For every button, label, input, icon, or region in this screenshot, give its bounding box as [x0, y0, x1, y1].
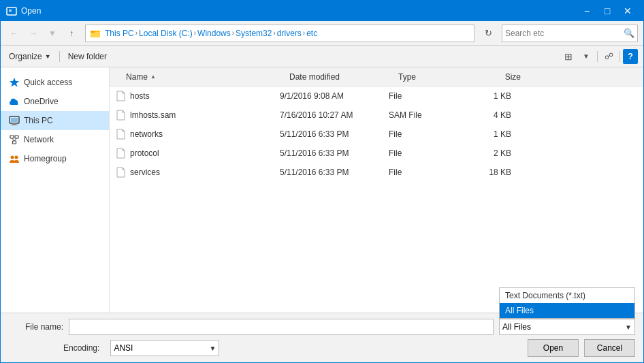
encoding-row: Encoding: ANSI ▼ Open Cancel: [9, 339, 635, 357]
window-icon: [6, 5, 17, 16]
view-dropdown-button[interactable]: ▼: [578, 48, 594, 65]
file-icon: [115, 129, 126, 140]
cancel-button[interactable]: Cancel: [584, 339, 635, 357]
table-row[interactable]: lmhosts.sam 7/16/2016 10:27 AM SAM File …: [110, 106, 643, 125]
table-row[interactable]: hosts 9/1/2016 9:08 AM File 1 KB: [110, 86, 643, 106]
search-box: 🔍: [502, 25, 638, 42]
table-row[interactable]: services 5/11/2016 6:33 PM File 18 KB: [110, 163, 643, 182]
pane-separator: [619, 51, 620, 62]
help-button[interactable]: ?: [623, 49, 638, 64]
filename-label: File name:: [9, 322, 63, 332]
file-name: services: [130, 168, 280, 177]
filetype-option-all[interactable]: All Files: [500, 303, 634, 318]
breadcrumb-local-disk[interactable]: Local Disk (C:): [139, 29, 193, 38]
file-list-header: Name ▲ Date modified Type Size: [110, 67, 643, 86]
new-folder-button[interactable]: New folder: [65, 50, 110, 63]
svg-rect-1: [9, 10, 12, 12]
filetype-dropdown-menu: Text Documents (*.txt) All Files: [499, 287, 635, 319]
sidebar-label-quick-access: Quick access: [24, 78, 72, 87]
file-icon: [115, 110, 126, 121]
breadcrumb-windows[interactable]: Windows: [197, 29, 231, 38]
sidebar-label-network: Network: [24, 135, 54, 144]
sidebar-item-onedrive[interactable]: OneDrive: [1, 92, 109, 111]
homegroup-icon: [9, 153, 20, 164]
minimize-button[interactable]: −: [577, 1, 597, 21]
open-button[interactable]: Open: [528, 339, 579, 357]
up-button[interactable]: ↑: [63, 25, 80, 42]
file-size: 18 KB: [457, 168, 511, 177]
file-icon: [115, 167, 126, 178]
network-icon: [9, 134, 20, 145]
view-controls: ⊞ ▼ ☍ ?: [560, 48, 638, 65]
svg-marker-4: [10, 78, 19, 87]
refresh-button[interactable]: ↻: [480, 25, 496, 42]
file-icon: [115, 148, 126, 159]
column-date[interactable]: Date modified: [289, 72, 398, 82]
filename-row: File name: All Files ▼ Text Documents (*…: [9, 319, 635, 335]
sidebar-item-homegroup[interactable]: Homegroup: [1, 149, 109, 168]
search-icon[interactable]: 🔍: [624, 28, 634, 38]
svg-rect-6: [11, 118, 18, 122]
svg-rect-11: [13, 141, 16, 144]
pc-icon: [9, 115, 20, 126]
file-icon: [115, 91, 126, 101]
file-type: SAM File: [389, 110, 457, 120]
encoding-value: ANSI: [114, 343, 133, 353]
view-toggle-button[interactable]: ⊞: [560, 48, 577, 65]
star-icon: [9, 77, 20, 88]
folder-icon: [90, 28, 101, 39]
file-name: hosts: [130, 91, 280, 101]
back-button[interactable]: ←: [6, 25, 22, 42]
preview-pane-button[interactable]: ☍: [600, 48, 617, 65]
svg-line-13: [14, 138, 17, 141]
file-type: File: [389, 148, 457, 158]
breadcrumb-this-pc[interactable]: This PC: [105, 29, 134, 38]
breadcrumb-etc[interactable]: etc: [306, 29, 317, 38]
title-bar-left: Open: [6, 5, 41, 16]
file-name: protocol: [130, 148, 280, 158]
file-size: 4 KB: [457, 110, 511, 120]
filetype-dropdown[interactable]: All Files ▼: [499, 319, 635, 335]
sidebar: Quick access OneDrive: [1, 67, 110, 313]
breadcrumb-drivers[interactable]: drivers: [277, 29, 302, 38]
column-name[interactable]: Name ▲: [126, 72, 289, 82]
title-bar-controls: − □ ✕: [577, 1, 638, 21]
file-date: 7/16/2016 10:27 AM: [280, 110, 389, 120]
svg-rect-8: [11, 125, 18, 125]
close-button[interactable]: ✕: [617, 1, 638, 21]
navigation-toolbar: ← → ▼ ↑ This PC › Local Disk (C:) › Wind…: [1, 21, 643, 46]
encoding-dropdown[interactable]: ANSI ▼: [110, 340, 219, 356]
breadcrumb-system32[interactable]: System32: [236, 29, 272, 38]
organize-button[interactable]: Organize ▼: [6, 50, 54, 63]
table-row[interactable]: protocol 5/11/2016 6:33 PM File 2 KB: [110, 144, 643, 163]
maximize-button[interactable]: □: [597, 1, 617, 21]
file-area: Name ▲ Date modified Type Size: [110, 67, 643, 313]
sidebar-label-onedrive: OneDrive: [24, 97, 59, 106]
sidebar-item-quick-access[interactable]: Quick access: [1, 73, 109, 92]
file-date: 5/11/2016 6:33 PM: [280, 129, 389, 139]
table-row[interactable]: networks 5/11/2016 6:33 PM File 1 KB: [110, 125, 643, 144]
svg-point-15: [15, 156, 18, 159]
forward-button[interactable]: →: [25, 25, 42, 42]
recent-button[interactable]: ▼: [44, 25, 61, 42]
filetype-dropdown-container: All Files ▼ Text Documents (*.txt) All F…: [499, 319, 635, 335]
filename-input[interactable]: [69, 319, 494, 335]
open-dialog: Open − □ ✕ ← → ▼ ↑ This PC › Local Disk …: [0, 0, 644, 363]
file-list: hosts 9/1/2016 9:08 AM File 1 KB lmhosts…: [110, 86, 643, 313]
main-content: Quick access OneDrive: [1, 67, 643, 313]
column-type[interactable]: Type: [398, 72, 466, 82]
breadcrumb-bar[interactable]: This PC › Local Disk (C:) › Windows › Sy…: [85, 25, 474, 42]
svg-line-12: [12, 138, 15, 141]
sidebar-item-network[interactable]: Network: [1, 130, 109, 149]
column-size[interactable]: Size: [466, 72, 521, 82]
svg-point-14: [11, 156, 14, 159]
search-input[interactable]: [505, 29, 624, 38]
organize-chevron-icon: ▼: [45, 53, 51, 60]
sidebar-item-this-pc[interactable]: This PC: [1, 111, 109, 130]
file-type: File: [389, 91, 457, 101]
file-date: 9/1/2016 9:08 AM: [280, 91, 389, 101]
filetype-option-txt[interactable]: Text Documents (*.txt): [500, 288, 634, 303]
footer: File name: All Files ▼ Text Documents (*…: [1, 313, 643, 362]
window-title: Open: [21, 6, 41, 16]
svg-rect-9: [10, 136, 14, 138]
